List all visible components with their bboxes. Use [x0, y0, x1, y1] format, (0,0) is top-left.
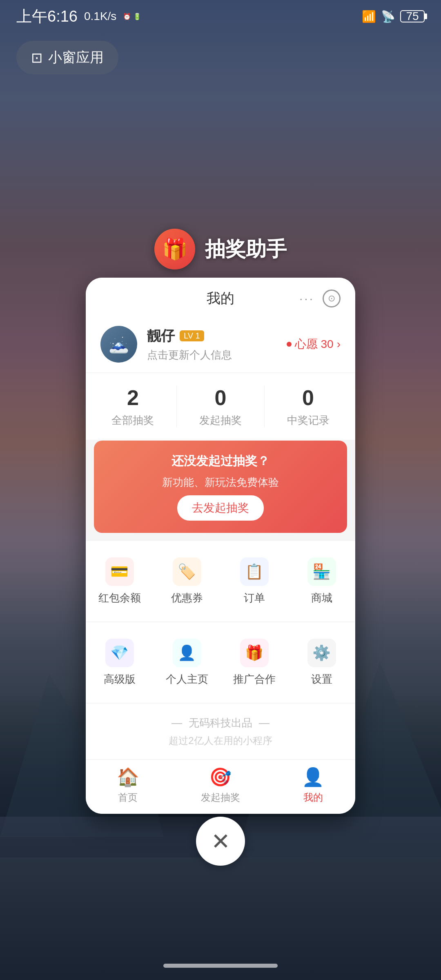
stat-label-win: 中奖记录 — [287, 413, 330, 428]
status-speed: 0.1K/s — [84, 10, 116, 23]
more-options-icon[interactable]: ··· — [299, 292, 314, 305]
shop-icon: 🏪 — [307, 557, 336, 586]
app-icon: 🎁 — [154, 229, 195, 270]
stat-label-all: 全部抽奖 — [111, 413, 154, 428]
menu-item-settings[interactable]: ⚙️ 设置 — [288, 630, 355, 695]
home-nav-label: 首页 — [118, 791, 138, 804]
bottom-nav: 🏠 首页 🎯 发起抽奖 👤 我的 — [86, 760, 355, 814]
menu-label-shop: 商城 — [311, 591, 332, 605]
menu-label-promotion: 推广合作 — [233, 672, 276, 686]
menu-label-order: 订单 — [244, 591, 265, 605]
mine-nav-icon: 👤 — [302, 766, 324, 788]
red-envelope-icon: 💳 — [105, 557, 134, 586]
settings-icon: ⚙️ — [307, 639, 336, 667]
wishlist-button[interactable]: 心愿 30 › — [287, 336, 341, 352]
profile-page-icon: 👤 — [173, 639, 201, 667]
footer-brand: 无码科技出品 超过2亿人在用的小程序 — [86, 704, 355, 760]
home-nav-icon: 🏠 — [117, 766, 139, 788]
premium-icon: 💎 — [105, 639, 134, 667]
order-icon: 📋 — [240, 557, 269, 586]
launch-nav-icon: 🎯 — [209, 766, 232, 788]
level-badge: LV 1 — [180, 330, 204, 341]
card-header: 我的 ··· ⊙ — [86, 278, 355, 316]
wifi-icon: 📡 — [381, 10, 395, 23]
small-window-icon: ⊡ — [31, 49, 42, 66]
avatar: 🗻 — [100, 326, 137, 363]
scan-icon[interactable]: ⊙ — [323, 290, 341, 307]
card-title: 我的 — [207, 289, 234, 308]
status-bar: 上午6:16 0.1K/s ⏰ 🔋 📶 📡 75 — [0, 0, 441, 33]
brand-subtitle: 超过2亿人在用的小程序 — [169, 734, 272, 747]
stat-number-win: 0 — [302, 385, 314, 410]
stat-all-lottery[interactable]: 2 全部抽奖 — [111, 385, 154, 428]
home-indicator — [163, 964, 278, 968]
menu-section-1: 💳 红包余额 🏷️ 优惠券 📋 订单 🏪 商城 — [86, 541, 355, 621]
app-title: 抽奖助手 — [205, 236, 287, 263]
avatar-emoji: 🗻 — [109, 335, 129, 354]
stat-number-launched: 0 — [215, 385, 227, 410]
menu-item-premium[interactable]: 💎 高级版 — [86, 630, 153, 695]
menu-grid-1: 💳 红包余额 🏷️ 优惠券 📋 订单 🏪 商城 — [86, 549, 355, 613]
stat-launched-lottery[interactable]: 0 发起抽奖 — [199, 385, 242, 428]
stat-label-launched: 发起抽奖 — [199, 413, 242, 428]
profile-name-row: 靓仔 LV 1 — [147, 327, 232, 345]
mine-nav-label: 我的 — [303, 791, 323, 804]
small-window-label: 小窗应用 — [48, 48, 104, 67]
promotion-icon: 🎁 — [240, 639, 269, 667]
coupon-icon: 🏷️ — [173, 557, 201, 586]
menu-label-red-envelope: 红包余额 — [98, 591, 141, 605]
stats-section: 2 全部抽奖 0 发起抽奖 0 中奖记录 — [86, 373, 355, 440]
status-time: 上午6:16 — [16, 6, 78, 27]
status-left: 上午6:16 0.1K/s ⏰ 🔋 — [16, 6, 141, 27]
profile-left: 🗻 靓仔 LV 1 点击更新个人信息 — [100, 326, 232, 363]
profile-subtitle: 点击更新个人信息 — [147, 348, 232, 362]
battery-level: 75 — [406, 10, 419, 23]
small-window-button[interactable]: ⊡ 小窗应用 — [16, 41, 118, 74]
menu-item-profile-page[interactable]: 👤 个人主页 — [153, 630, 220, 695]
menu-item-red-envelope[interactable]: 💳 红包余额 — [86, 549, 153, 613]
banner-cta-button[interactable]: 去发起抽奖 — [177, 495, 264, 521]
wishlist-chevron: › — [337, 338, 341, 351]
profile-name: 靓仔 — [147, 327, 175, 345]
status-right: 📶 📡 75 — [362, 10, 425, 23]
stat-win-record[interactable]: 0 中奖记录 — [287, 385, 330, 428]
stat-number-all: 2 — [127, 385, 139, 410]
wishlist-label: 心愿 30 — [295, 336, 334, 352]
app-icon-area: 🎁 抽奖助手 — [154, 229, 287, 270]
banner-title: 还没发起过抽奖？ — [172, 453, 270, 470]
menu-item-order[interactable]: 📋 订单 — [220, 549, 288, 613]
nav-mine[interactable]: 👤 我的 — [302, 766, 324, 804]
mini-program-card: 我的 ··· ⊙ 🗻 靓仔 LV 1 点击更新个人信息 心愿 30 › — [86, 278, 355, 814]
menu-label-coupon: 优惠券 — [171, 591, 203, 605]
brand-name: 无码科技出品 — [172, 716, 270, 730]
banner-subtitle: 新功能、新玩法免费体验 — [162, 475, 279, 490]
stat-divider-2 — [264, 385, 265, 428]
card-header-actions: ··· ⊙ — [299, 290, 341, 307]
launch-nav-label: 发起抽奖 — [201, 791, 240, 804]
menu-label-settings: 设置 — [311, 672, 332, 686]
nav-launch[interactable]: 🎯 发起抽奖 — [201, 766, 240, 804]
close-button[interactable]: ✕ — [196, 817, 245, 866]
status-icons: ⏰ 🔋 — [123, 13, 141, 20]
menu-section-2: 💎 高级版 👤 个人主页 🎁 推广合作 ⚙️ 设置 — [86, 622, 355, 703]
close-icon: ✕ — [211, 828, 230, 855]
profile-info: 靓仔 LV 1 点击更新个人信息 — [147, 327, 232, 362]
menu-item-promotion[interactable]: 🎁 推广合作 — [220, 630, 288, 695]
menu-label-premium: 高级版 — [104, 672, 136, 686]
nav-home[interactable]: 🏠 首页 — [117, 766, 139, 804]
battery-icon: 75 — [400, 10, 425, 22]
profile-section[interactable]: 🗻 靓仔 LV 1 点击更新个人信息 心愿 30 › — [86, 316, 355, 372]
promo-banner[interactable]: 还没发起过抽奖？ 新功能、新玩法免费体验 去发起抽奖 — [94, 441, 347, 533]
menu-item-coupon[interactable]: 🏷️ 优惠券 — [153, 549, 220, 613]
menu-item-shop[interactable]: 🏪 商城 — [288, 549, 355, 613]
app-icon-emoji: 🎁 — [162, 237, 187, 261]
signal-icon: 📶 — [362, 10, 376, 23]
menu-label-profile-page: 个人主页 — [166, 672, 208, 686]
stat-divider-1 — [176, 385, 177, 428]
wishlist-dot — [287, 342, 292, 347]
menu-grid-2: 💎 高级版 👤 个人主页 🎁 推广合作 ⚙️ 设置 — [86, 630, 355, 695]
